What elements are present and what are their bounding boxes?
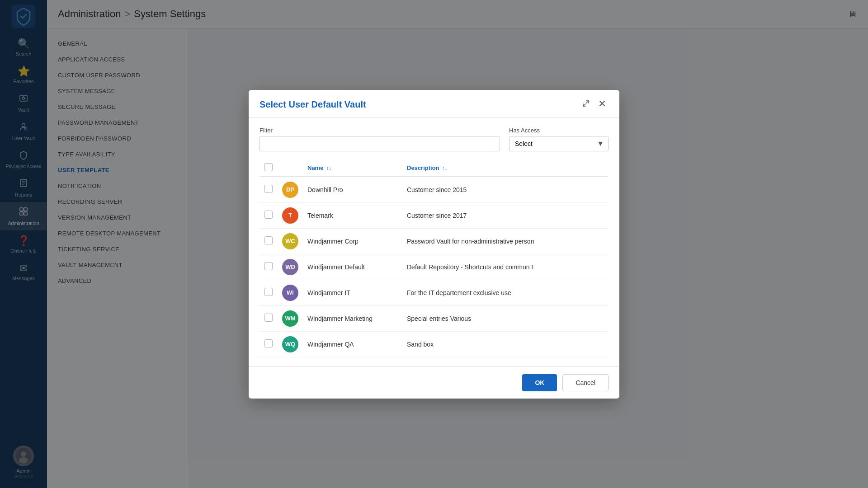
- row-checkbox[interactable]: [264, 314, 273, 322]
- row-check-cell: [259, 305, 278, 331]
- table-row[interactable]: WI Windjammer IT For the IT departement …: [259, 280, 609, 305]
- vault-name: Downhill Pro: [303, 177, 402, 203]
- vault-description: Special entries Various: [402, 305, 609, 331]
- row-check-cell: [259, 202, 278, 228]
- row-checkbox[interactable]: [264, 262, 273, 270]
- row-checkbox[interactable]: [264, 339, 273, 347]
- name-sort-icon: ↑↓: [326, 165, 331, 171]
- row-check-cell: [259, 177, 278, 203]
- cancel-button[interactable]: Cancel: [562, 374, 609, 391]
- filter-group: Filter: [259, 127, 500, 151]
- col-header-description[interactable]: Description ↑↓: [402, 160, 609, 177]
- table-row[interactable]: WC Windjammer Corp Password Vault for no…: [259, 228, 609, 254]
- has-access-select[interactable]: Select Yes No: [509, 136, 609, 151]
- row-checkbox[interactable]: [264, 236, 273, 244]
- row-checkbox[interactable]: [264, 211, 273, 219]
- ok-button[interactable]: OK: [522, 374, 557, 391]
- vault-avatar: WQ: [282, 336, 298, 352]
- vault-name: Telemark: [303, 202, 402, 228]
- vault-avatar: WI: [282, 285, 298, 301]
- dialog-expand-button[interactable]: [580, 99, 592, 110]
- row-avatar-cell: T: [278, 202, 303, 228]
- has-access-select-wrapper: Select Yes No ▼: [509, 136, 609, 151]
- vault-avatar: WD: [282, 259, 298, 275]
- has-access-group: Has Access Select Yes No ▼: [509, 127, 609, 151]
- vault-name: Windjammer Default: [303, 254, 402, 280]
- col-header-check: [259, 160, 278, 177]
- row-avatar-cell: WM: [278, 305, 303, 331]
- vault-name: Windjammer IT: [303, 280, 402, 305]
- dialog-body: Filter Has Access Select Yes No ▼: [249, 118, 619, 366]
- dialog-header: Select User Default Vault: [249, 90, 619, 118]
- table-row[interactable]: T Telemark Customer since 2017: [259, 202, 609, 228]
- row-avatar-cell: WD: [278, 254, 303, 280]
- col-header-avatar: [278, 160, 303, 177]
- vault-description: For the IT departement exclusive use: [402, 280, 609, 305]
- vault-name: Windjammer QA: [303, 331, 402, 357]
- row-checkbox[interactable]: [264, 288, 273, 296]
- vault-avatar: DP: [282, 182, 298, 198]
- filter-row: Filter Has Access Select Yes No ▼: [259, 127, 609, 151]
- dialog-title: Select User Default Vault: [259, 99, 366, 110]
- vault-name: Windjammer Marketing: [303, 305, 402, 331]
- row-check-cell: [259, 331, 278, 357]
- row-avatar-cell: WQ: [278, 331, 303, 357]
- dialog: Select User Default Vault: [249, 90, 619, 399]
- row-check-cell: [259, 280, 278, 305]
- col-header-name[interactable]: Name ↑↓: [303, 160, 402, 177]
- modal-overlay: Select User Default Vault: [47, 0, 868, 488]
- row-checkbox[interactable]: [264, 185, 273, 193]
- vault-table: Name ↑↓ Description ↑↓ DP: [259, 160, 609, 357]
- main-content: Administration > System Settings 🖥 GENER…: [47, 0, 868, 488]
- has-access-label: Has Access: [509, 127, 609, 134]
- vault-avatar: T: [282, 207, 298, 224]
- select-all-checkbox[interactable]: [264, 163, 273, 171]
- dialog-close-button[interactable]: [596, 99, 609, 110]
- vault-description: Customer since 2017: [402, 202, 609, 228]
- dialog-header-actions: [580, 99, 609, 110]
- vault-avatar: WC: [282, 233, 298, 249]
- filter-label: Filter: [259, 127, 500, 134]
- vault-description: Default Repository - Shortcuts and commo…: [402, 254, 609, 280]
- vault-description: Password Vault for non-administrative pe…: [402, 228, 609, 254]
- row-avatar-cell: DP: [278, 177, 303, 203]
- vault-description: Customer since 2015: [402, 177, 609, 203]
- row-check-cell: [259, 228, 278, 254]
- dialog-footer: OK Cancel: [249, 366, 619, 399]
- table-row[interactable]: WM Windjammer Marketing Special entries …: [259, 305, 609, 331]
- row-avatar-cell: WI: [278, 280, 303, 305]
- vault-name: Windjammer Corp: [303, 228, 402, 254]
- row-check-cell: [259, 254, 278, 280]
- filter-input[interactable]: [259, 136, 500, 151]
- desc-sort-icon: ↑↓: [442, 165, 447, 171]
- table-row[interactable]: WD Windjammer Default Default Repository…: [259, 254, 609, 280]
- vault-description: Sand box: [402, 331, 609, 357]
- row-avatar-cell: WC: [278, 228, 303, 254]
- vault-avatar: WM: [282, 310, 298, 327]
- table-row[interactable]: DP Downhill Pro Customer since 2015: [259, 177, 609, 203]
- table-row[interactable]: WQ Windjammer QA Sand box: [259, 331, 609, 357]
